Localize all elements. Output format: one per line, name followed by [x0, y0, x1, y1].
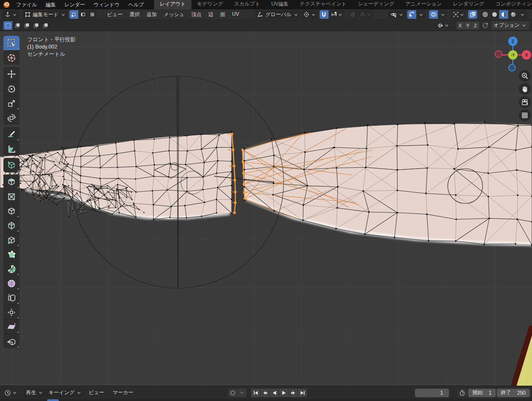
previous-keyframe-button[interactable]	[260, 389, 269, 397]
viewport-menu-0[interactable]: ビュー	[104, 10, 126, 19]
orientation-dropdown[interactable]: グローバル	[255, 10, 300, 19]
xray-toggle[interactable]	[468, 10, 477, 19]
proportional-editing-toggle[interactable]	[349, 10, 358, 19]
select-mode-invert[interactable]	[31, 21, 40, 30]
tool-rip-region[interactable]	[3, 334, 20, 348]
select-mode-subtract[interactable]	[22, 21, 31, 30]
tool-cursor[interactable]	[3, 50, 20, 65]
snap-toggle[interactable]	[320, 10, 329, 19]
auto-keying-dropdown[interactable]	[237, 389, 246, 397]
tool-shear[interactable]	[3, 319, 20, 334]
viewport-3d[interactable]: フロント・平行投影 (1) Body.002 センチメートル ZX-Y	[0, 31, 532, 386]
workspace-tab-5[interactable]: シェーディング	[352, 0, 400, 9]
tool-rotate[interactable]	[3, 81, 20, 96]
workspace-tab-1[interactable]: モデリング	[192, 0, 229, 9]
viewport-menu-1[interactable]: 選択	[126, 10, 143, 19]
workspace-tab-4[interactable]: テクスチャペイント	[294, 0, 352, 9]
shading-solid-button[interactable]	[490, 10, 499, 19]
tool-knife[interactable]	[3, 232, 20, 247]
gizmo-axis-z[interactable]: Z	[508, 37, 518, 46]
tool-annotate[interactable]	[3, 127, 20, 141]
timeline-editor-type-selector[interactable]	[3, 389, 19, 397]
keying-dropdown[interactable]: キーイング	[46, 389, 83, 397]
timeline-playhead[interactable]	[47, 399, 59, 401]
menubar-item-0[interactable]: ファイル	[12, 0, 41, 9]
options-dropdown[interactable]: オプション	[491, 21, 529, 30]
workspace-tab-6[interactable]: アニメーション	[400, 0, 447, 9]
gizmos-dropdown[interactable]	[417, 10, 426, 19]
tool-measure[interactable]	[3, 141, 20, 156]
mirror-axis-y[interactable]: Y	[464, 22, 472, 29]
shading-rendered-button[interactable]	[509, 10, 518, 19]
tool-transform[interactable]	[3, 110, 20, 125]
gizmos-toggle[interactable]	[407, 10, 416, 19]
use-preview-range-toggle[interactable]	[457, 389, 467, 397]
gizmo-axis-x[interactable]: X	[522, 50, 531, 60]
face-select-button[interactable]	[88, 10, 97, 19]
workspace-tab-3[interactable]: UV編集	[266, 0, 294, 9]
snap-with-dropdown[interactable]	[329, 10, 345, 19]
workspace-tab-2[interactable]: スカルプト	[229, 0, 266, 9]
mirror-dropdown[interactable]	[437, 22, 454, 29]
tool-bevel[interactable]	[3, 203, 20, 218]
nav-grid-button[interactable]	[519, 109, 531, 121]
nav-camera-button[interactable]	[519, 96, 531, 108]
gizmo-axis-neg-y[interactable]: -Y	[508, 50, 518, 60]
blender-logo-icon[interactable]	[3, 1, 10, 8]
viewport-canvas[interactable]	[0, 31, 532, 386]
play-reverse-button[interactable]	[270, 389, 279, 397]
xray-options-dropdown[interactable]	[451, 10, 466, 19]
tool-loop-cut[interactable]	[3, 218, 20, 232]
snap-individual-toggle[interactable]	[482, 22, 489, 29]
mirror-axis-x[interactable]: X	[457, 22, 464, 29]
gizmo-axis-neg-z[interactable]	[508, 64, 516, 72]
tool-spin[interactable]	[3, 261, 20, 276]
current-frame-field[interactable]: 1	[415, 389, 449, 397]
viewport-menu-6[interactable]: 面	[217, 10, 229, 19]
pivot-dropdown[interactable]	[301, 10, 318, 19]
tool-edge-slide[interactable]	[3, 290, 20, 305]
tool-inset-faces[interactable]	[3, 189, 20, 203]
viewport-menu-7[interactable]: UV	[229, 10, 243, 19]
shading-dropdown[interactable]	[518, 10, 527, 19]
timeline-strip[interactable]	[0, 399, 532, 401]
next-keyframe-button[interactable]	[289, 389, 297, 397]
workspace-tab-7[interactable]: レンダリング	[447, 0, 490, 9]
menubar-item-3[interactable]: ウィンドウ	[89, 0, 124, 9]
menubar-item-2[interactable]: レンダー	[60, 0, 89, 9]
shading-material-button[interactable]	[499, 10, 508, 19]
start-frame-field[interactable]: 開始1	[468, 389, 496, 397]
visibility-dropdown[interactable]	[388, 10, 406, 19]
select-mode-intersect[interactable]	[41, 21, 50, 30]
gizmo-axis-neg-x[interactable]	[495, 50, 502, 58]
editor-type-selector[interactable]	[3, 10, 19, 19]
menubar-item-1[interactable]: 編集	[41, 0, 60, 9]
viewport-menu-4[interactable]: 頂点	[188, 10, 205, 19]
tool-shrink-fatten[interactable]	[3, 305, 20, 319]
playback-dropdown[interactable]: 再生	[23, 389, 45, 397]
select-mode-extend[interactable]	[13, 21, 22, 30]
viewport-menu-5[interactable]: 辺	[205, 10, 217, 19]
nav-pan-button[interactable]	[519, 83, 531, 95]
tool-move[interactable]	[3, 67, 20, 81]
tool-scale[interactable]	[3, 96, 20, 110]
workspace-tab-0[interactable]: レイアウト	[154, 0, 191, 9]
workspace-tab-8[interactable]: コンポジティング	[490, 0, 532, 9]
vertex-select-button[interactable]	[69, 10, 78, 19]
tool-poly-build[interactable]	[3, 247, 20, 261]
tool-select-box[interactable]	[3, 36, 20, 50]
edge-select-button[interactable]	[79, 10, 88, 19]
menubar-item-4[interactable]: ヘルプ	[124, 0, 148, 9]
nav-zoom-button[interactable]	[519, 70, 531, 82]
overlays-dropdown[interactable]	[438, 10, 447, 19]
mode-selector[interactable]: 編集モード	[23, 10, 68, 19]
proportional-falloff-dropdown[interactable]	[358, 10, 373, 19]
select-mode-set[interactable]	[3, 21, 12, 30]
tool-extrude-region[interactable]	[3, 175, 20, 189]
timeline-menu-1[interactable]: マーカー	[109, 388, 138, 397]
play-button[interactable]	[279, 389, 288, 397]
timeline-menu-0[interactable]: ビュー	[84, 388, 109, 397]
viewport-menu-2[interactable]: 追加	[143, 10, 160, 19]
auto-keying-toggle[interactable]	[228, 389, 237, 397]
jump-to-start-button[interactable]	[251, 389, 260, 397]
